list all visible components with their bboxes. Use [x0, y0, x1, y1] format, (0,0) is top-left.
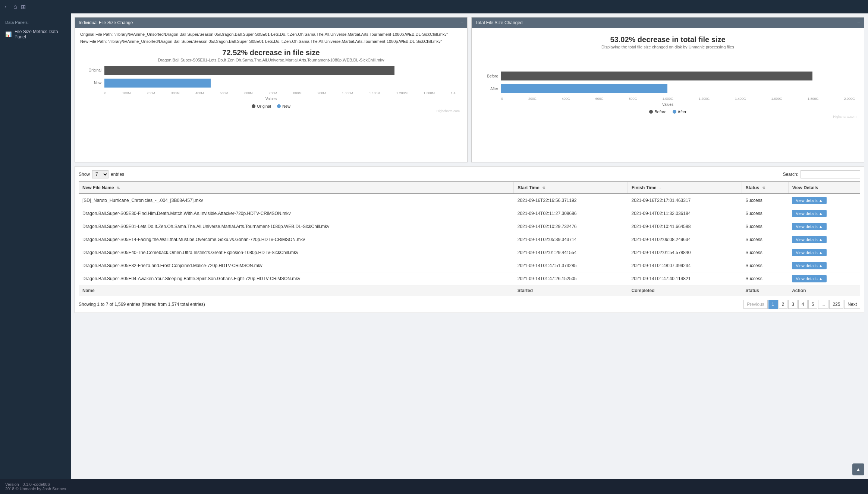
- cell-finish-time: 2021-09-14T02:06:08.249634: [628, 233, 742, 246]
- individual-chart-panel: Individual File Size Change − Original F…: [75, 17, 468, 162]
- sidebar: Data Panels: 📊 File Size Metrics Data Pa…: [0, 13, 71, 479]
- col-filename[interactable]: New File Name ⇅: [79, 182, 514, 194]
- total-highcharts-credit: Highcharts.com: [477, 114, 859, 119]
- total-legend: Before After: [477, 110, 859, 114]
- cell-start-time: 2021-09-14T01:47:51.373285: [514, 259, 628, 272]
- original-file-path: Original File Path: "/library/tv/Anime_U…: [80, 32, 462, 37]
- individual-chart-title: Individual File Size Change: [79, 20, 133, 25]
- total-bar-chart: Before After 0200G400G600G: [477, 72, 859, 101]
- legend-label-new: New: [282, 104, 290, 108]
- home-icon[interactable]: ⌂: [13, 3, 17, 10]
- cell-filename: Dragon.Ball.Super-S05E32-Frieza.and.Fros…: [79, 259, 514, 272]
- col-finish-sort: ↓: [659, 186, 661, 190]
- cell-filename: [SD]_Naruto_Hurricane_Chronicles_-_.004_…: [79, 194, 514, 207]
- back-icon[interactable]: ←: [4, 3, 10, 10]
- individual-chart-minimize[interactable]: −: [460, 20, 463, 26]
- col-status[interactable]: Status ⇅: [742, 182, 788, 194]
- entries-select[interactable]: 7 10 25 50: [92, 170, 108, 178]
- view-details-btn-0[interactable]: View details ▲: [792, 197, 826, 204]
- entries-label: entries: [111, 172, 124, 177]
- legend-before: Before: [649, 110, 666, 114]
- cell-filename: Dragon.Ball.Super-S05E14-Facing.the.Wall…: [79, 233, 514, 246]
- view-details-btn-3[interactable]: View details ▲: [792, 236, 826, 243]
- total-chart-minimize[interactable]: −: [857, 20, 860, 26]
- cell-filename: Dragon.Ball.Super-S05E40-The.Comeback.Om…: [79, 246, 514, 259]
- cell-start-time: 2021-09-14T02:11:27.308686: [514, 207, 628, 220]
- legend-label-after: After: [678, 110, 686, 114]
- individual-x-axis: 0100M200M300M400M500M600M700M800M900M1.0…: [84, 91, 458, 95]
- page-5-btn[interactable]: 5: [808, 300, 818, 309]
- footer-started: Started: [514, 285, 628, 296]
- page-last-btn[interactable]: 225: [829, 300, 843, 309]
- col-start-time[interactable]: Start Time ⇅: [514, 182, 628, 194]
- footer: Version - 0.1.0~cdde886 2018 © Unmanic b…: [0, 479, 868, 494]
- individual-decrease-pct: 72.52% decrease in file size: [80, 48, 462, 57]
- individual-chart-body: Original File Path: "/library/tv/Anime_U…: [75, 28, 467, 117]
- showing-text: Showing 1 to 7 of 1,569 entries (filtere…: [79, 302, 205, 307]
- col-start-time-label: Start Time: [518, 185, 539, 190]
- table-footer-row: Name Started Completed Status Action: [79, 285, 860, 296]
- table-controls: Show 7 10 25 50 entries Search:: [79, 170, 860, 178]
- view-details-btn-5[interactable]: View details ▲: [792, 262, 826, 269]
- cell-finish-time: 2021-09-14T02:11:32.036184: [628, 207, 742, 220]
- legend-dot-original: [252, 104, 255, 108]
- before-bar: [501, 72, 812, 80]
- total-x-axis: 0200G400G600G800G1.000G1.200G1.400G1.600…: [481, 97, 855, 101]
- col-status-label: Status: [746, 185, 760, 190]
- version-text: Version - 0.1.0~cdde886: [5, 482, 863, 487]
- footer-name: Name: [79, 285, 514, 296]
- cell-start-time: 2021-09-14T02:01:29.441554: [514, 246, 628, 259]
- individual-highcharts-credit: Highcharts.com: [80, 108, 462, 114]
- view-details-btn-1[interactable]: View details ▲: [792, 210, 826, 217]
- new-bar-container: [104, 79, 458, 88]
- pagination-area: Showing 1 to 7 of 1,569 entries (filtere…: [79, 300, 860, 309]
- layout: Data Panels: 📊 File Size Metrics Data Pa…: [0, 13, 868, 479]
- page-ellipsis: ...: [818, 300, 828, 309]
- chart-icon: 📊: [5, 31, 12, 37]
- cell-status: Success: [742, 194, 788, 207]
- new-label: New: [84, 81, 104, 85]
- view-details-btn-2[interactable]: View details ▲: [792, 223, 826, 230]
- sidebar-item-file-size-metrics[interactable]: 📊 File Size Metrics Data Panel: [0, 26, 71, 42]
- after-label: After: [481, 87, 501, 91]
- cell-finish-time: 2021-09-14T01:48:07.399234: [628, 259, 742, 272]
- new-bar-row: New: [84, 79, 458, 88]
- table-row: Dragon.Ball.Super-S05E01-Lets.Do.It.Zen.…: [79, 220, 860, 233]
- view-details-btn-4[interactable]: View details ▲: [792, 249, 826, 256]
- col-finish-time[interactable]: Finish Time ↓: [628, 182, 742, 194]
- scroll-top-btn[interactable]: ▲: [852, 463, 864, 475]
- page-3-btn[interactable]: 3: [788, 300, 798, 309]
- page-2-btn[interactable]: 2: [779, 300, 788, 309]
- total-decrease-pct: 53.02% decrease in total file size: [477, 35, 859, 44]
- prev-page-btn[interactable]: Previous: [743, 300, 768, 309]
- cell-start-time: 2021-09-14T02:10:29.732476: [514, 220, 628, 233]
- sidebar-label: Data Panels:: [0, 17, 71, 26]
- table-head: New File Name ⇅ Start Time ⇅ Finish Time…: [79, 182, 860, 194]
- total-chart-body: 53.02% decrease in total file size Displ…: [472, 28, 864, 123]
- table-row: Dragon.Ball.Super-S05E14-Facing.the.Wall…: [79, 233, 860, 246]
- cell-view-details: View details ▲: [788, 272, 860, 285]
- legend-original: Original: [252, 104, 271, 108]
- legend-label-before: Before: [654, 110, 666, 114]
- legend-dot-after: [673, 110, 676, 114]
- after-bar: [501, 84, 667, 93]
- new-bar: [104, 79, 211, 88]
- legend-new: New: [277, 104, 290, 108]
- before-label: Before: [481, 74, 501, 78]
- cell-view-details: View details ▲: [788, 246, 860, 259]
- main-content: Individual File Size Change − Original F…: [71, 13, 868, 479]
- total-chart-title: Total File Size Changed: [475, 20, 523, 25]
- cell-status: Success: [742, 246, 788, 259]
- view-details-btn-6[interactable]: View details ▲: [792, 275, 826, 282]
- individual-chart-subtitle: Dragon.Ball.Super-S05E01-Lets.Do.It.Zen.…: [80, 58, 462, 62]
- search-input[interactable]: [801, 170, 860, 178]
- col-start-sort: ⇅: [542, 186, 545, 190]
- page-4-btn[interactable]: 4: [798, 300, 808, 309]
- footer-completed: Completed: [628, 285, 742, 296]
- col-finish-time-label: Finish Time: [632, 185, 656, 190]
- data-table: New File Name ⇅ Start Time ⇅ Finish Time…: [79, 181, 860, 296]
- page-1-btn[interactable]: 1: [768, 300, 778, 309]
- next-page-btn[interactable]: Next: [844, 300, 860, 309]
- grid-icon[interactable]: ⊞: [21, 3, 26, 10]
- table-row: Dragon.Ball.Super-S05E32-Frieza.and.Fros…: [79, 259, 860, 272]
